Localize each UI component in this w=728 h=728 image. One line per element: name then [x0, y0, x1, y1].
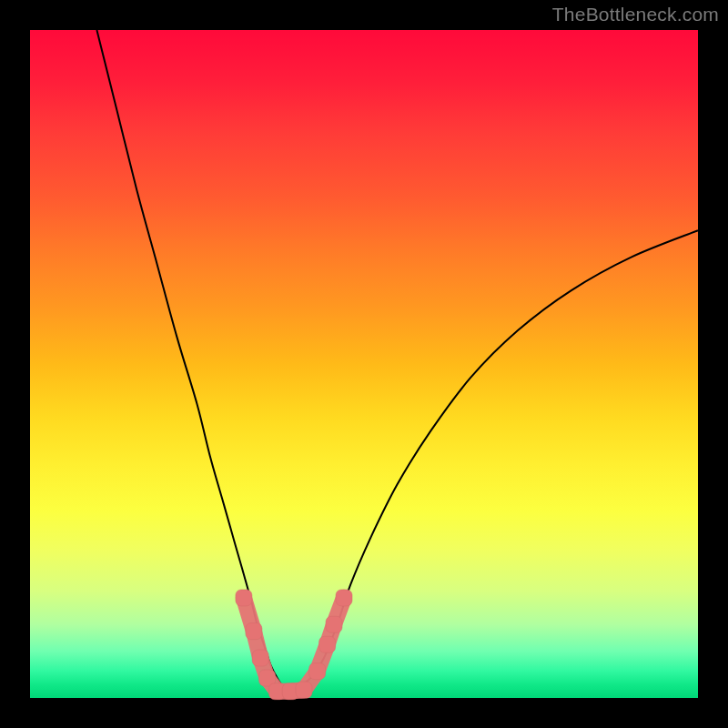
marker-point [326, 616, 342, 632]
highlight-markers [236, 590, 352, 700]
plot-area [30, 30, 698, 698]
bottleneck-curve [96, 30, 698, 692]
marker-point [319, 636, 336, 652]
plot-svg [30, 30, 698, 698]
marker-point [296, 682, 312, 698]
marker-point [336, 590, 352, 606]
marker-point [236, 590, 252, 606]
chart-frame: TheBottleneck.com [0, 0, 728, 728]
watermark-text: TheBottleneck.com [552, 4, 719, 25]
marker-point [309, 663, 326, 680]
marker-point [246, 623, 262, 640]
marker-point [252, 650, 268, 666]
